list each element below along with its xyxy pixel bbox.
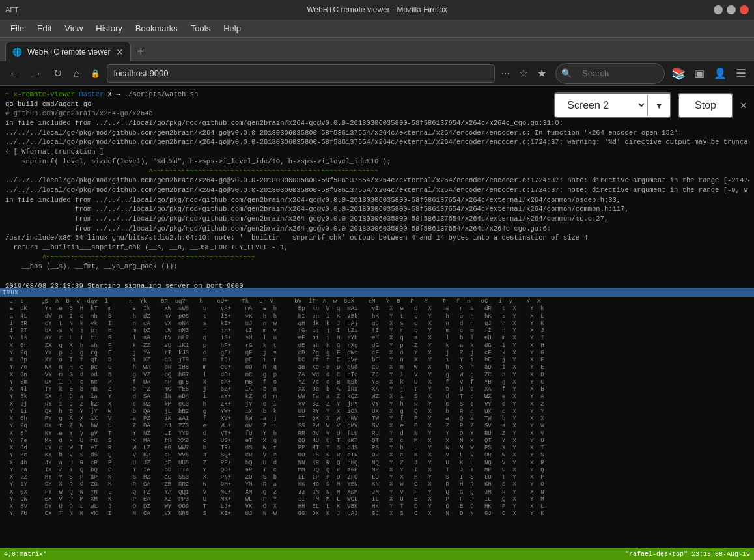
term-line: 4 [-Wformat-truncation=] [5,147,749,157]
term-line: ../../../local/go/pkg/mod/github.com/gen… [5,176,749,186]
screen-dropdown-button[interactable]: ▼ [647,95,670,116]
status-left: 4,0:matrix* [4,551,47,558]
active-tab[interactable]: 🌐 WebRTC remote viewer ✕ [5,42,131,61]
menu-view[interactable]: View [59,21,88,35]
maximize-button[interactable] [727,5,736,14]
term-line: 2019/08/08 23:13:39 Starting signaling s… [5,281,749,288]
menu-history[interactable]: History [91,21,127,35]
term-line: snprintf( level, sizeof(level), "%d.%d",… [5,157,749,167]
term-line: in file included from ../../../local/go/… [5,195,749,205]
term-line: from ../../../local/go/pkg/mod/github.co… [5,204,749,214]
term-line: ^~~~~~~~~~~~~~~~~~~~~~~~~~~~~~~~~~~~~~~~… [5,253,749,262]
top-controls: Screen 1 Screen 2 Screen 3 ▼ Stop ✕ [554,92,747,118]
term-line: ../../../local/go/pkg/mod/github.com/gen… [5,137,749,147]
terminal-bottom: e t gS A B V dqv l n Yk 8R uq7 h cU+ Tk … [0,297,754,548]
menu-bookmarks[interactable]: Bookmarks [130,21,183,35]
overflow-menu-icon[interactable]: ··· [499,66,512,81]
term-line [5,272,749,281]
screen-select[interactable]: Screen 1 Screen 2 Screen 3 [555,94,647,117]
window-title: WebRTC remote viewer - Mozilla Firefox [307,5,447,14]
tmux-bar-text: tmux [3,289,18,296]
menu-file[interactable]: File [5,21,29,35]
back-button[interactable]: ← [5,65,23,82]
titlebar-app-name: AFT [5,6,19,14]
security-icon: 🔒 [88,69,103,78]
close-button[interactable] [740,5,749,14]
forward-button[interactable]: → [27,65,46,82]
titlebar-controls[interactable] [714,5,749,14]
panel-close-button[interactable]: ✕ [740,100,747,111]
term-line: from ../../../local/go/pkg/mod/github.co… [5,214,749,224]
minimize-button[interactable] [714,5,723,14]
term-line: ^~~~~~~~~~~~~~~~~~~~~~~~~~~~~~~~~~~~~~~~… [5,167,749,176]
reload-button[interactable]: ↻ [49,64,66,82]
tabbar: 🌐 WebRTC remote viewer ✕ + [0,38,754,61]
firefox-account-icon[interactable]: 👤 [711,66,729,81]
menu-edit[interactable]: Edit [32,21,57,35]
term-line: from ../../../local/go/pkg/mod/github.co… [5,224,749,234]
home-button[interactable]: ⌂ [70,65,84,82]
term-line: in file included from ../../../local/go/… [5,119,749,128]
titlebar: AFT WebRTC remote viewer - Mozilla Firef… [0,0,754,20]
navbar: ← → ↻ ⌂ 🔒 ··· ☆ ★ 🔍 📚 ▣ 👤 ☰ [0,61,754,86]
extensions-menu-icon[interactable]: ☰ [733,65,749,82]
search-input[interactable] [574,65,659,82]
tab-label: WebRTC remote viewer [27,48,111,57]
content-area: Screen 1 Screen 2 Screen 3 ▼ Stop ✕ ~ x-… [0,86,754,560]
menu-help[interactable]: Help [218,21,246,35]
tab-close-button[interactable]: ✕ [116,47,124,57]
star-icon[interactable]: ★ [535,66,549,81]
tmux-statusbar: tmux [0,288,754,297]
menubar: File Edit View History Bookmarks Tools H… [0,20,754,38]
tab-favicon: 🌐 [12,48,22,57]
library-icon[interactable]: 📚 [669,65,688,82]
stop-button[interactable]: Stop [678,93,733,118]
search-glass-icon: 🔍 [561,68,572,78]
status-bar: 4,0:matrix* "rafael-desktop" 23:13 08-Au… [0,548,754,560]
screen-select-wrapper: Screen 1 Screen 2 Screen 3 ▼ [554,92,671,118]
new-tab-button[interactable]: + [131,42,152,61]
status-right: "rafael-desktop" 23:13 08-Aug-19 [625,551,750,558]
bookmark-icon[interactable]: ☆ [516,66,531,81]
term-line: ../../../local/go/pkg/mod/github.com/gen… [5,128,749,138]
url-bar[interactable] [107,64,495,83]
term-line: /usr/include/x86_64-linux-gnu/bits/stdio… [5,233,749,243]
titlebar-left: AFT [5,6,19,14]
menu-tools[interactable]: Tools [186,21,216,35]
sidebar-icon[interactable]: ▣ [692,66,707,81]
term-line: return __builtin___snprintf_chk (__s, __… [5,243,749,253]
term-line: ../../../local/go/pkg/mod/github.com/gen… [5,186,749,195]
term-line: __bos (__s), __fmt, __va_arg_pack ()); [5,262,749,272]
